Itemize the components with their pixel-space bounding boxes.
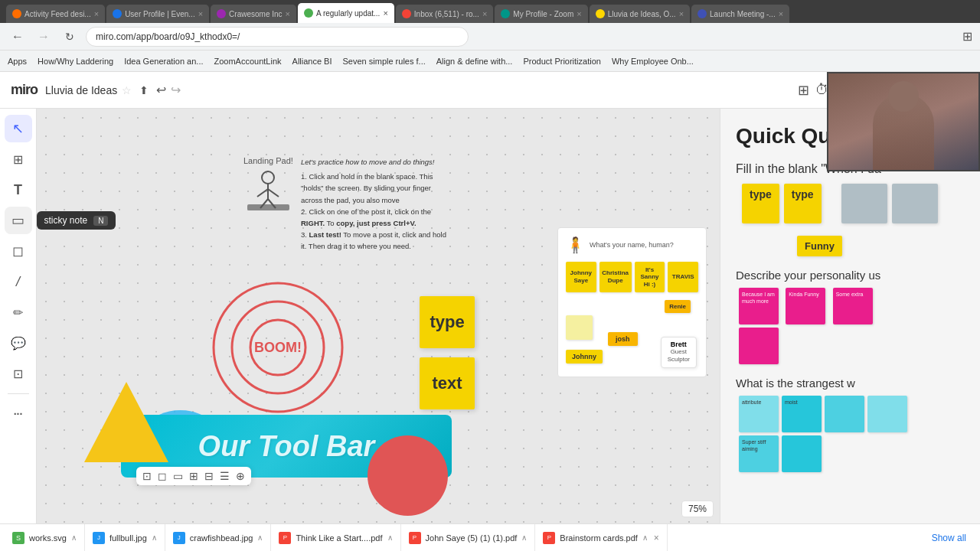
sticky-blank-1[interactable] [566,315,593,340]
pink-sticky-2[interactable]: Kinda Funny [786,288,825,324]
browser-tab-5[interactable]: Inbox (6,511) - ro... × [396,5,493,23]
extensions-icon[interactable]: ⊞ [962,29,972,44]
collaborators-icon[interactable]: ⊞ [798,82,809,99]
tab-4-close[interactable]: × [383,8,387,18]
download-item-5[interactable]: P John Saye (5) (1) (1).pdf ∧ [401,524,536,551]
bookmark-zoom[interactable]: ZoomAccountLink [214,57,282,66]
left-toolbar: ↖ ⊞ T ▭ sticky note N ◻ [0,109,37,523]
select-tool[interactable]: ↖ [5,115,32,142]
bookmark-employee[interactable]: Why Employee Onb... [612,57,694,66]
text-sticky-note[interactable]: text [420,357,475,409]
star-icon[interactable]: ☆ [122,84,132,96]
download-5-chevron[interactable]: ∧ [521,533,527,542]
tooltip-key: N [93,216,108,226]
tab-8-close[interactable]: × [779,9,783,18]
type-sticky-note[interactable]: type [420,296,475,348]
canvas-tool-6[interactable]: ☰ [220,470,230,482]
canvas-tool-3[interactable]: ▭ [173,470,183,482]
teal-sticky-2[interactable]: moist [782,396,822,432]
comment-tool[interactable]: 💬 [5,329,32,357]
teal-sticky-5[interactable]: Super stiff aiming [739,435,779,472]
bookmark-alliance[interactable]: Alliance BI [292,57,332,66]
tab-6-close[interactable]: × [577,9,581,18]
show-all-button[interactable]: Show all [923,533,975,543]
forward-button[interactable]: → [34,27,54,47]
teal-sticky-3[interactable] [825,396,864,432]
pink-sticky-3[interactable]: Some extra [833,288,873,324]
browser-tab-7[interactable]: Lluvia de Ideas, O... × [590,5,690,23]
pink-sticky-4[interactable] [739,328,779,364]
teal-sticky-6[interactable] [782,435,822,472]
download-item-3[interactable]: J crawfishbead.jpg ∧ [165,524,272,551]
shape-tool[interactable]: ◻ [5,237,32,265]
tab-7-close[interactable]: × [679,9,684,18]
pink-sticky-1[interactable]: Because I am much more [739,288,779,324]
download-2-chevron[interactable]: ∧ [152,533,157,542]
canvas-tool-5[interactable]: ⊟ [204,470,214,482]
browser-tab-4[interactable]: A regularly updat... × [298,3,394,23]
tab-3-close[interactable]: × [286,9,290,18]
sticky-travis[interactable]: TRAVIS [668,262,698,292]
highlighter-tool[interactable]: ✏ [5,298,32,326]
canvas-tool-4[interactable]: ⊞ [189,470,198,482]
bookmark-apps[interactable]: Apps [8,57,27,66]
undo-button[interactable]: ↩ [156,83,166,97]
canvas[interactable]: Landing Pad! [37,109,720,523]
bookmarks-bar: Apps How/Why Laddering Idea Generation a… [0,51,980,72]
download-4-chevron[interactable]: ∧ [387,533,393,542]
zoom-indicator[interactable]: 75% [681,500,714,517]
browser-tab-2[interactable]: User Profile | Even... × [106,5,209,23]
type-sticky-r2[interactable]: type [784,184,822,223]
refresh-button[interactable]: ↻ [60,27,80,47]
blue-sticky-r1[interactable] [841,184,887,223]
sticky-note-tool[interactable]: ▭ sticky note N [5,207,32,234]
sticky-josh[interactable]: josh [608,332,638,346]
blue-sticky-r2[interactable] [892,184,938,223]
pen-tool[interactable]: / [5,268,32,295]
browser-tab-1[interactable]: Activity Feed desi... × [6,5,105,23]
download-3-chevron[interactable]: ∧ [257,533,263,542]
download-item-6[interactable]: P Brainstorm cards.pdf ∧ × [535,524,668,551]
bookmark-product[interactable]: Product Prioritization [523,57,601,66]
sticky-christina[interactable]: Christina Dupe [599,262,632,292]
sticky-sanny[interactable]: It's Sanny Hi :) [635,262,665,292]
tab-5-close[interactable]: × [482,9,487,18]
more-tools[interactable]: ··· [5,400,32,428]
redo-button[interactable]: ↪ [171,83,181,97]
text-tool[interactable]: T [5,176,32,204]
browser-tab-8[interactable]: Launch Meeting -... × [691,5,789,23]
canvas-tool-1[interactable]: ⊡ [142,470,152,482]
frames-tool[interactable]: ⊞ [5,145,32,173]
download-4-name: Think Like a Start....pdf [296,533,382,543]
bookmark-align[interactable]: Align & define with... [436,57,513,66]
pdf-icon-3: P [543,532,555,544]
download-6-chevron[interactable]: ∧ [642,533,648,542]
download-6-close[interactable]: × [654,533,659,543]
teal-sticky-1[interactable]: attribute [739,396,779,432]
sticky-renie[interactable]: Renie [665,300,691,313]
bookmark-seven[interactable]: Seven simple rules f... [343,57,426,66]
tab-2-close[interactable]: × [198,9,203,18]
teal-sticky-4[interactable] [867,396,907,432]
canvas-tool-2[interactable]: ◻ [158,470,167,482]
browser-tab-3[interactable]: Crawesome Inc × [211,5,296,23]
export-icon[interactable]: ⬆ [139,84,149,96]
name-prompt-text: What's your name, human? [590,241,674,249]
bookmark-laddering[interactable]: How/Why Laddering [38,57,113,66]
template-tool[interactable]: ⊡ [5,360,32,387]
tab-1-close[interactable]: × [94,9,99,18]
download-item-1[interactable]: S works.svg ∧ [5,524,85,551]
address-input[interactable] [86,27,469,47]
download-1-name: works.svg [29,533,67,543]
download-item-4[interactable]: P Think Like a Start....pdf ∧ [271,524,400,551]
download-item-2[interactable]: J fullbull.jpg ∧ [85,524,165,551]
canvas-tool-7[interactable]: ⊕ [236,470,245,482]
browser-tab-6[interactable]: My Profile - Zoom × [495,5,587,23]
sticky-johnny2[interactable]: Johnny [566,350,603,364]
back-button[interactable]: ← [8,27,28,47]
download-1-chevron[interactable]: ∧ [71,533,77,542]
bookmark-idea-gen[interactable]: Idea Generation an... [124,57,203,66]
type-sticky-r1[interactable]: type [742,184,779,223]
sticky-johnny-saye[interactable]: Johnny Saye [566,262,596,292]
funny-sticky[interactable]: Funny [797,236,842,256]
